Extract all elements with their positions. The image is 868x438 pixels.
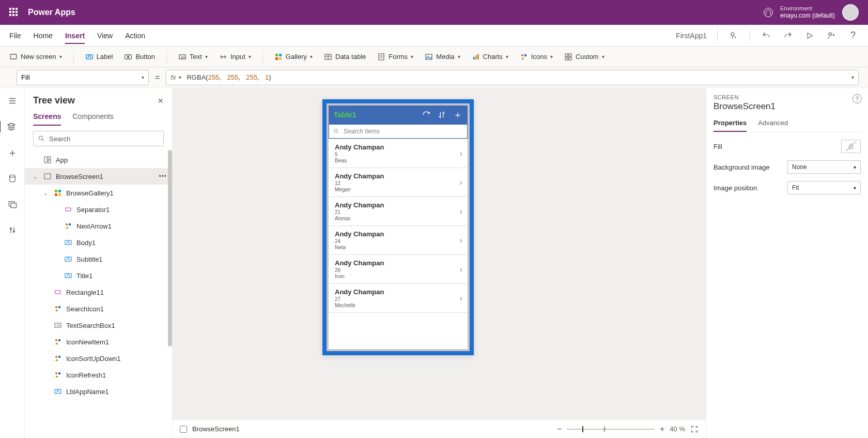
menu-insert[interactable]: Insert (65, 32, 85, 44)
app-name[interactable]: FirstApp1 (676, 32, 707, 40)
tree-item[interactable]: ⌄BrowseScreen1••• (25, 168, 172, 185)
ribbon-input[interactable]: Input▾ (219, 53, 251, 61)
sort-icon[interactable] (438, 111, 446, 119)
add-icon[interactable]: ＋ (453, 109, 462, 121)
ribbon-charts[interactable]: Charts▾ (472, 53, 508, 61)
undo-icon[interactable] (761, 30, 772, 41)
media-icon[interactable] (7, 199, 18, 210)
svg-rect-9 (279, 54, 282, 56)
tree-item[interactable]: abTextSearchBox1 (25, 317, 172, 334)
ribbon-button[interactable]: Button (124, 53, 155, 61)
add-icon[interactable]: ＋ (7, 147, 18, 158)
tab-advanced[interactable]: Advanced (758, 119, 788, 132)
status-screen-name: BrowseScreen1 (192, 425, 240, 433)
chevron-right-icon[interactable]: › (460, 149, 462, 158)
help-icon[interactable]: ? (853, 94, 862, 103)
design-canvas[interactable]: Table1 ＋ Search items Andy Champan5Bea (173, 88, 706, 438)
tree-item[interactable]: ⌄BrowseGallery1 (25, 185, 172, 201)
chevron-down-icon[interactable]: ▾ (851, 74, 854, 80)
chevron-right-icon[interactable]: › (460, 178, 462, 187)
menu-file[interactable]: File (9, 32, 21, 40)
ribbon-data-table[interactable]: Data table (324, 53, 366, 61)
list-item[interactable]: Andy Champan5Beau› (329, 139, 468, 168)
svg-rect-53 (58, 356, 60, 358)
formula-input[interactable]: fx ▾ RGBA(255, 255, 255, 1) ▾ (166, 70, 859, 85)
ribbon-label[interactable]: Label (85, 53, 113, 61)
refresh-icon[interactable] (422, 111, 430, 119)
tree-view-icon[interactable] (0, 121, 24, 132)
item-subtitle2: Alonso (335, 216, 461, 221)
tree-item[interactable]: IconRefresh1 (25, 367, 172, 383)
list-item[interactable]: Andy Champan27Mechelle› (329, 284, 468, 313)
hamburger-icon[interactable] (7, 95, 18, 107)
tree-item[interactable]: SearchIcon1 (25, 300, 172, 317)
help-icon[interactable]: ? (847, 30, 859, 41)
chevron-right-icon[interactable]: › (460, 207, 462, 216)
bg-image-select[interactable]: None▾ (787, 160, 861, 174)
tree-item-label: App (56, 156, 68, 164)
fill-color-picker[interactable] (841, 140, 861, 153)
tree-item[interactable]: IconNewItem1 (25, 334, 172, 350)
tree-item[interactable]: App (25, 152, 172, 168)
zoom-slider[interactable] (567, 429, 655, 430)
tree-item[interactable]: Rectangle11 (25, 284, 172, 300)
overflow-icon[interactable]: ••• (159, 173, 167, 180)
data-icon[interactable] (7, 173, 18, 184)
tree-item[interactable]: NextArrow1 (25, 218, 172, 234)
scrollbar[interactable] (168, 150, 172, 372)
tab-properties[interactable]: Properties (714, 119, 747, 132)
fullscreen-icon[interactable] (690, 425, 699, 433)
property-selector[interactable]: Fill ▾ (17, 70, 149, 85)
user-avatar[interactable] (842, 4, 859, 21)
menu-action[interactable]: Action (125, 32, 145, 40)
app-header: Power Apps Environment enayu.com (defaul… (0, 0, 868, 25)
chevron-right-icon[interactable]: › (460, 236, 462, 245)
app-checker-icon[interactable] (728, 30, 739, 41)
svg-rect-47 (58, 306, 60, 308)
search-icon (333, 128, 339, 134)
ribbon-text[interactable]: ab Text▾ (178, 53, 208, 61)
tree-item-label: IconNewItem1 (66, 338, 109, 346)
tree-item[interactable]: Subtitle1 (25, 251, 172, 267)
menu-view[interactable]: View (97, 32, 113, 40)
chevron-right-icon[interactable]: › (460, 294, 462, 303)
ribbon-forms[interactable]: Forms▾ (377, 53, 413, 61)
waffle-icon[interactable] (9, 8, 19, 17)
close-icon[interactable]: ✕ (158, 97, 164, 105)
ribbon-media[interactable]: Media▾ (425, 53, 460, 61)
zoom-out-button[interactable]: − (557, 425, 562, 434)
tree-item[interactable]: IconSortUpDown1 (25, 350, 172, 367)
tab-screens[interactable]: Screens (33, 112, 61, 126)
play-icon[interactable] (804, 30, 815, 41)
screen-checkbox[interactable] (180, 426, 187, 433)
tree-item[interactable]: Body1 (25, 234, 172, 251)
list-item[interactable]: Andy Champan24Neta› (329, 226, 468, 255)
environment-picker[interactable]: Environment enayu.com (default) (780, 5, 835, 20)
svg-rect-21 (565, 54, 568, 56)
image-position-select[interactable]: Fit▾ (787, 181, 861, 194)
tree-item[interactable]: LblAppName1 (25, 383, 172, 400)
share-icon[interactable] (826, 30, 837, 41)
ribbon-gallery[interactable]: Gallery▾ (274, 53, 313, 61)
zoom-in-button[interactable]: + (660, 425, 664, 434)
tree-item-label: IconRefresh1 (66, 371, 106, 379)
svg-point-40 (66, 223, 68, 225)
list-item[interactable]: Andy Champan26Irvin› (329, 255, 468, 284)
app-search-input[interactable]: Search items (329, 124, 468, 139)
tree-item[interactable]: Title1 (25, 267, 172, 284)
ribbon-custom[interactable]: Custom▾ (564, 53, 605, 61)
list-item[interactable]: Andy Champan21Alonso› (329, 197, 468, 226)
redo-icon[interactable] (782, 30, 794, 41)
ribbon-icons[interactable]: Icons▾ (520, 53, 553, 61)
ribbon-new-screen[interactable]: New screen▾ (9, 53, 62, 61)
chevron-down-icon[interactable]: ⌄ (43, 190, 50, 196)
list-item[interactable]: Andy Champan12Megan› (329, 168, 468, 197)
tree-search-input[interactable]: Search (33, 131, 164, 146)
chevron-down-icon[interactable]: ⌄ (33, 174, 39, 179)
menu-home[interactable]: Home (34, 32, 53, 40)
tab-components[interactable]: Components (72, 112, 113, 126)
chevron-down-icon[interactable]: ▾ (179, 74, 181, 80)
tools-icon[interactable] (7, 224, 18, 236)
chevron-right-icon[interactable]: › (460, 265, 462, 274)
tree-item[interactable]: Separator1 (25, 201, 172, 218)
